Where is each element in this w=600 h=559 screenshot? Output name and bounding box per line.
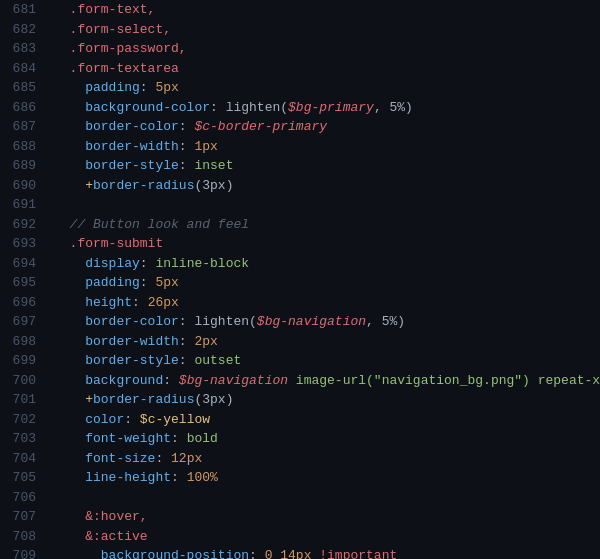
code-editor: 6816826836846856866876886896906916926936…	[0, 0, 600, 559]
line-number: 696	[12, 293, 36, 313]
code-lines[interactable]: .form-text, .form-select, .form-password…	[44, 0, 600, 559]
line-number: 701	[12, 390, 36, 410]
code-line: background: $bg-navigation image-url("na…	[54, 371, 600, 391]
line-number: 687	[12, 117, 36, 137]
line-number: 698	[12, 332, 36, 352]
code-line	[54, 488, 600, 508]
line-number: 708	[12, 527, 36, 547]
code-line: .form-submit	[54, 234, 600, 254]
code-line: background-color: lighten($bg-primary, 5…	[54, 98, 600, 118]
line-number: 684	[12, 59, 36, 79]
code-line: +border-radius(3px)	[54, 390, 600, 410]
line-number: 697	[12, 312, 36, 332]
line-number: 702	[12, 410, 36, 430]
code-line: border-width: 2px	[54, 332, 600, 352]
code-content: 6816826836846856866876886896906916926936…	[0, 0, 600, 559]
code-line: border-color: lighten($bg-navigation, 5%…	[54, 312, 600, 332]
line-number: 688	[12, 137, 36, 157]
code-line: line-height: 100%	[54, 468, 600, 488]
code-line: border-width: 1px	[54, 137, 600, 157]
line-number: 700	[12, 371, 36, 391]
line-number: 690	[12, 176, 36, 196]
line-number: 707	[12, 507, 36, 527]
line-number: 682	[12, 20, 36, 40]
line-number: 699	[12, 351, 36, 371]
line-number: 693	[12, 234, 36, 254]
code-line: .form-select,	[54, 20, 600, 40]
code-line: +border-radius(3px)	[54, 176, 600, 196]
code-line: height: 26px	[54, 293, 600, 313]
line-number: 709	[12, 546, 36, 559]
code-line: padding: 5px	[54, 273, 600, 293]
code-line: display: inline-block	[54, 254, 600, 274]
code-line: .form-textarea	[54, 59, 600, 79]
code-line: border-style: inset	[54, 156, 600, 176]
code-line: .form-password,	[54, 39, 600, 59]
code-line: border-style: outset	[54, 351, 600, 371]
line-number: 689	[12, 156, 36, 176]
line-number: 681	[12, 0, 36, 20]
line-number: 694	[12, 254, 36, 274]
code-line: // Button look and feel	[54, 215, 600, 235]
code-line: font-size: 12px	[54, 449, 600, 469]
line-number: 686	[12, 98, 36, 118]
code-line	[54, 195, 600, 215]
code-line: padding: 5px	[54, 78, 600, 98]
line-number: 685	[12, 78, 36, 98]
code-line: border-color: $c-border-primary	[54, 117, 600, 137]
line-number: 704	[12, 449, 36, 469]
code-line: &:hover,	[54, 507, 600, 527]
code-line: &:active	[54, 527, 600, 547]
line-number: 703	[12, 429, 36, 449]
line-number: 691	[12, 195, 36, 215]
code-line: color: $c-yellow	[54, 410, 600, 430]
line-number: 692	[12, 215, 36, 235]
line-number: 705	[12, 468, 36, 488]
code-line: background-position: 0 14px !important	[54, 546, 600, 559]
line-number: 683	[12, 39, 36, 59]
line-number: 706	[12, 488, 36, 508]
code-line: font-weight: bold	[54, 429, 600, 449]
code-line: .form-text,	[54, 0, 600, 20]
line-numbers: 6816826836846856866876886896906916926936…	[0, 0, 44, 559]
line-number: 695	[12, 273, 36, 293]
